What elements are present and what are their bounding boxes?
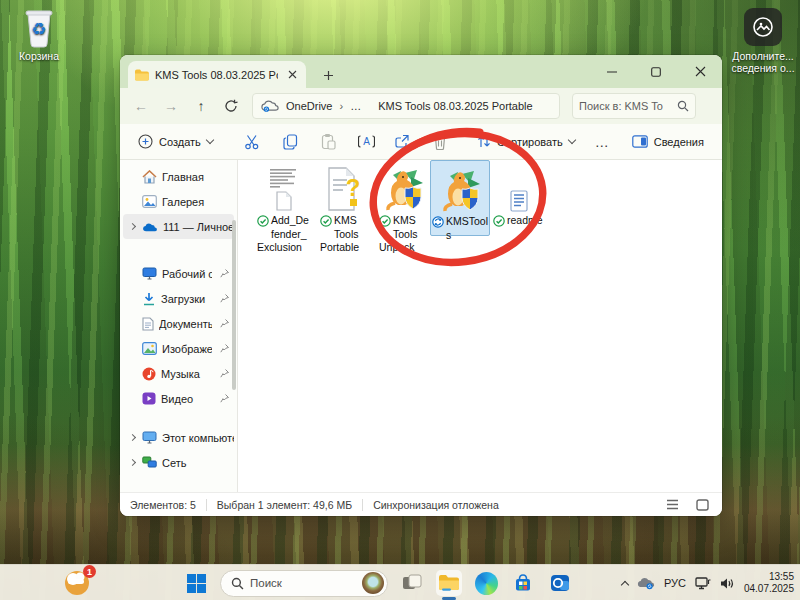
sidebar-item-home[interactable]: Главная xyxy=(123,164,234,189)
pin-icon[interactable] xyxy=(217,294,231,303)
tab-title: KMS Tools 08.03.2025 Portable xyxy=(155,69,278,81)
tray-date: 04.07.2025 xyxy=(744,583,794,595)
sync-ok-icon xyxy=(379,215,391,231)
pin-icon[interactable] xyxy=(217,369,231,378)
plus-icon xyxy=(323,70,334,81)
pin-icon[interactable] xyxy=(217,394,231,403)
up-button[interactable]: ↑ xyxy=(188,93,214,119)
taskbar-store[interactable] xyxy=(510,570,536,596)
desktop: ♻ Корзина Дополните... сведения о... KMS… xyxy=(0,0,800,600)
desktop-icon-spotlight[interactable]: Дополните... сведения о... xyxy=(728,8,798,74)
explorer-tab[interactable]: KMS Tools 08.03.2025 Portable xyxy=(128,61,306,88)
trash-icon xyxy=(433,134,447,150)
file-add-defender-exclusion[interactable]: Add_Defender_Exclusion xyxy=(255,162,313,255)
expand-chevron-icon[interactable] xyxy=(127,435,137,440)
volume-icon[interactable] xyxy=(720,577,735,590)
list-view-icon xyxy=(666,499,679,510)
desktop-icon-recycle-bin[interactable]: ♻ Корзина xyxy=(4,6,74,62)
thumbnail-view-icon xyxy=(696,499,709,511)
rename-button[interactable]: A xyxy=(353,129,379,155)
taskbar-outlook[interactable] xyxy=(547,570,573,596)
new-button[interactable]: Создать xyxy=(130,129,221,154)
copy-button[interactable] xyxy=(277,129,303,155)
onedrive-status-icon xyxy=(261,100,279,112)
taskbar-edge[interactable] xyxy=(473,570,499,596)
share-button[interactable] xyxy=(389,129,415,155)
selection-info: Выбран 1 элемент: 49,6 МБ xyxy=(217,499,352,511)
sidebar-item-network[interactable]: Сеть xyxy=(123,450,234,475)
sidebar-item-downloads[interactable]: Загрузки xyxy=(123,286,234,311)
spotlight-image-icon xyxy=(744,8,782,46)
file-kmstools-selected[interactable]: KMSTools xyxy=(430,160,490,236)
file-readme[interactable]: readme xyxy=(490,162,548,231)
sidebar-item-label: Видео xyxy=(161,393,212,405)
breadcrumb-current[interactable]: KMS Tools 08.03.2025 Portable xyxy=(378,100,533,112)
weather-cloud-icon: 1 xyxy=(62,567,94,599)
file-label: Add_Defender_Exclusion xyxy=(257,214,311,255)
pin-icon[interactable] xyxy=(217,344,231,353)
sidebar-item-videos[interactable]: Видео xyxy=(123,386,234,411)
edge-icon xyxy=(475,572,498,595)
pin-icon[interactable] xyxy=(217,319,231,328)
sidebar-item-documents[interactable]: Документы xyxy=(123,311,234,336)
taskbar-search-box[interactable] xyxy=(220,570,388,597)
sidebar-item-gallery[interactable]: Галерея xyxy=(123,189,234,214)
breadcrumb-overflow[interactable]: … xyxy=(350,100,361,112)
text-file-icon xyxy=(490,162,548,212)
delete-button[interactable] xyxy=(427,129,453,155)
explorer-search-box[interactable] xyxy=(572,93,696,119)
task-view-button[interactable] xyxy=(399,570,425,596)
close-icon xyxy=(695,66,706,77)
taskbar-file-explorer[interactable] xyxy=(436,570,462,596)
expand-chevron-icon[interactable] xyxy=(127,460,137,465)
details-pane-button[interactable]: Сведения xyxy=(624,130,712,153)
onedrive-tray-icon[interactable] xyxy=(637,577,655,590)
expand-chevron-icon[interactable] xyxy=(127,224,137,229)
language-indicator[interactable]: РУС xyxy=(664,577,686,589)
sync-ok-icon xyxy=(493,215,505,231)
address-bar[interactable]: OneDrive › … KMS Tools 08.03.2025 Portab… xyxy=(252,93,560,119)
start-button[interactable] xyxy=(183,570,209,596)
sidebar-item-music[interactable]: Музыка xyxy=(123,361,234,386)
sidebar-item-desktop[interactable]: Рабочий стол xyxy=(123,261,234,286)
details-pane-label: Сведения xyxy=(654,136,704,148)
sidebar-item-this-pc[interactable]: Этот компьютер xyxy=(123,425,234,450)
file-kms-tools-portable[interactable]: ? KMS Tools Portable xyxy=(315,162,373,255)
taskbar-notification-app[interactable]: 1 xyxy=(62,567,94,599)
pin-icon[interactable] xyxy=(217,269,231,278)
tab-close-button[interactable] xyxy=(284,67,300,83)
minimize-button[interactable] xyxy=(590,55,634,88)
cut-button[interactable] xyxy=(239,129,265,155)
paste-button[interactable] xyxy=(316,129,342,155)
taskbar-search-input[interactable] xyxy=(250,577,356,589)
forward-button[interactable]: → xyxy=(158,93,184,119)
unknown-file-question-icon: ? xyxy=(315,162,373,212)
home-icon xyxy=(142,170,157,184)
pictures-icon xyxy=(142,342,157,355)
file-list-area[interactable]: Add_Defender_Exclusion ? xyxy=(238,160,722,492)
thumbnail-view-button[interactable] xyxy=(692,496,712,514)
sidebar-scrollbar[interactable] xyxy=(232,220,236,390)
breadcrumb-root[interactable]: OneDrive xyxy=(286,100,332,112)
search-highlight-image[interactable] xyxy=(362,572,384,594)
more-options-button[interactable]: … xyxy=(585,134,620,150)
maximize-button[interactable] xyxy=(634,55,678,88)
network-tray-icon[interactable] xyxy=(695,576,711,590)
sort-button[interactable]: Сортировать xyxy=(469,130,583,153)
sidebar-item-pictures[interactable]: Изображения xyxy=(123,336,234,361)
rename-icon: A xyxy=(358,134,375,149)
explorer-search-input[interactable] xyxy=(579,100,673,112)
titlebar[interactable]: KMS Tools 08.03.2025 Portable xyxy=(120,55,722,88)
file-kms-tools-unpack[interactable]: KMS Tools Unpack xyxy=(374,162,432,255)
close-button[interactable] xyxy=(678,55,722,88)
clock[interactable]: 13:55 04.07.2025 xyxy=(744,571,794,595)
sidebar-item-onedrive-personal[interactable]: 111 — Личное xyxy=(123,214,234,239)
command-bar: Создать xyxy=(120,124,722,160)
refresh-button[interactable] xyxy=(218,93,244,119)
new-tab-button[interactable] xyxy=(320,67,336,83)
address-bar-row: ← → ↑ OneDrive › … KMS Tools 08.03.2025 … xyxy=(120,88,722,124)
tray-expand-chevron-icon[interactable] xyxy=(621,580,629,588)
list-view-button[interactable] xyxy=(662,496,682,514)
back-button[interactable]: ← xyxy=(128,93,154,119)
sidebar-gap xyxy=(120,411,237,425)
